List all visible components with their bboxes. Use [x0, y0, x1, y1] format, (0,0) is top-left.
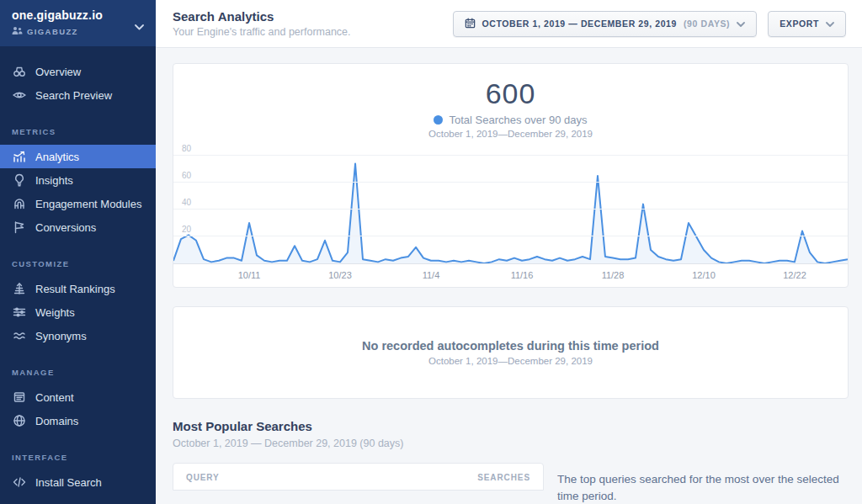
- chart-date-range: October 1, 2019—December 29, 2019: [173, 129, 848, 139]
- total-searches-card: 600 Total Searches over 90 days October …: [173, 63, 849, 288]
- x-tick-label: 10/11: [238, 270, 261, 280]
- team-icon: [12, 26, 23, 37]
- sidebar: one.gigabuzz.io GIGABUZZ Overview: [0, 0, 156, 504]
- gridline: 40: [173, 209, 848, 210]
- export-label: EXPORT: [780, 19, 819, 29]
- autocompletes-message: No recorded autocompletes during this ti…: [362, 339, 659, 353]
- chart-line-path: [173, 164, 848, 263]
- analytics-chart-icon: [12, 150, 26, 163]
- autocompletes-date-range: October 1, 2019—December 29, 2019: [428, 356, 593, 366]
- x-tick-label: 11/4: [423, 270, 440, 280]
- sidebar-item-label: Conversions: [35, 221, 96, 234]
- gridline: 20: [173, 236, 848, 236]
- sidebar-item-overview[interactable]: Overview: [0, 60, 156, 83]
- sidebar-item-label: Install Search: [35, 476, 102, 489]
- export-button[interactable]: EXPORT: [768, 11, 846, 37]
- sidebar-item-label: Overview: [35, 66, 81, 78]
- gridline: 80: [173, 155, 848, 156]
- sidebar-item-analytics[interactable]: Analytics: [0, 145, 156, 168]
- series-dot-icon: [434, 115, 443, 125]
- chart-x-axis: 10/1110/2311/411/1611/2812/1012/22: [173, 264, 848, 287]
- chevron-down-icon: [737, 19, 745, 29]
- total-searches-value: 600: [173, 77, 848, 110]
- ranking-icon: [12, 282, 26, 295]
- sidebar-item-label: Insights: [35, 174, 73, 187]
- sidebar-item-engagement-modules[interactable]: Engagement Modules: [0, 192, 156, 215]
- sidebar-section-manage: MANAGE: [0, 368, 156, 377]
- column-header-query: QUERY: [186, 473, 220, 482]
- sidebar-section-interface: INTERFACE: [0, 453, 156, 462]
- popular-searches-title: Most Popular Searches: [173, 419, 849, 433]
- sidebar-item-synonyms[interactable]: Synonyms: [0, 324, 156, 347]
- autocompletes-card: No recorded autocompletes during this ti…: [173, 306, 849, 399]
- sidebar-item-conversions[interactable]: Conversions: [0, 215, 156, 239]
- sidebar-item-domains[interactable]: Domains: [0, 409, 156, 432]
- chevron-down-icon: [826, 19, 834, 29]
- page-subtitle: Your Engine's traffic and performance.: [173, 26, 351, 38]
- sidebar-item-weights[interactable]: Weights: [0, 300, 156, 324]
- flag-icon: [12, 220, 26, 234]
- content-area: 600 Total Searches over 90 days October …: [156, 48, 862, 504]
- chevron-down-icon: [135, 19, 144, 34]
- date-range-days: (90 DAYS): [684, 19, 730, 29]
- page-title: Search Analytics: [173, 9, 351, 24]
- globe-icon: [12, 414, 26, 427]
- series-legend-label: Total Searches over 90 days: [449, 114, 587, 126]
- date-range-button[interactable]: OCTOBER 1, 2019 — DECEMBER 29, 2019 (90 …: [453, 11, 758, 37]
- searches-line-chart: [173, 149, 848, 263]
- code-icon: [12, 475, 26, 489]
- popular-searches-table: QUERY SEARCHES: [173, 463, 544, 491]
- sidebar-item-label: Content: [35, 391, 74, 404]
- x-tick-label: 12/10: [692, 270, 716, 280]
- sidebar-item-insights[interactable]: Insights: [0, 168, 156, 192]
- chart-plot[interactable]: 20406080: [173, 149, 848, 264]
- x-tick-label: 11/28: [602, 270, 625, 280]
- sidebar-item-label: Synonyms: [35, 330, 87, 342]
- sidebar-item-label: Analytics: [35, 151, 79, 163]
- sidebar-item-install-search[interactable]: Install Search: [0, 470, 156, 494]
- sidebar-item-label: Search Preview: [35, 89, 112, 102]
- x-tick-label: 11/16: [511, 270, 534, 280]
- sidebar-section-customize: CUSTOMIZE: [0, 259, 156, 268]
- sidebar-item-label: Weights: [35, 306, 75, 319]
- sidebar-item-label: Domains: [35, 415, 78, 427]
- calendar-icon: [465, 18, 476, 30]
- column-header-searches: SEARCHES: [477, 473, 530, 482]
- sidebar-item-search-preview[interactable]: Search Preview: [0, 83, 156, 107]
- date-range-label: OCTOBER 1, 2019 — DECEMBER 29, 2019: [482, 19, 677, 29]
- sidebar-section-metrics: METRICS: [0, 127, 156, 136]
- synonyms-icon: [12, 329, 26, 342]
- gridline: 60: [173, 182, 848, 183]
- engine-name: one.gigabuzz.io: [12, 8, 144, 22]
- chart-area-path: [173, 164, 848, 263]
- lightbulb-icon: [12, 173, 26, 187]
- app-window: one.gigabuzz.io GIGABUZZ Overview: [0, 0, 862, 504]
- sidebar-item-result-rankings[interactable]: Result Rankings: [0, 277, 156, 300]
- popular-searches-note: The top queries searched for the most ov…: [557, 463, 849, 504]
- page-header: Search Analytics Your Engine's traffic a…: [156, 0, 862, 48]
- popular-searches-subtitle: October 1, 2019 — December 29, 2019 (90 …: [173, 438, 849, 449]
- magnet-icon: [12, 197, 26, 210]
- sliders-icon: [12, 305, 26, 319]
- sidebar-item-label: Result Rankings: [35, 283, 115, 295]
- engine-switcher[interactable]: one.gigabuzz.io GIGABUZZ: [0, 0, 156, 46]
- binoculars-icon: [12, 65, 26, 78]
- document-icon: [12, 390, 26, 404]
- sidebar-item-content[interactable]: Content: [0, 385, 156, 409]
- x-tick-label: 10/23: [328, 270, 352, 280]
- eye-icon: [12, 88, 26, 102]
- x-tick-label: 12/22: [783, 270, 806, 280]
- account-name: GIGABUZZ: [27, 27, 78, 36]
- sidebar-item-label: Engagement Modules: [35, 198, 141, 210]
